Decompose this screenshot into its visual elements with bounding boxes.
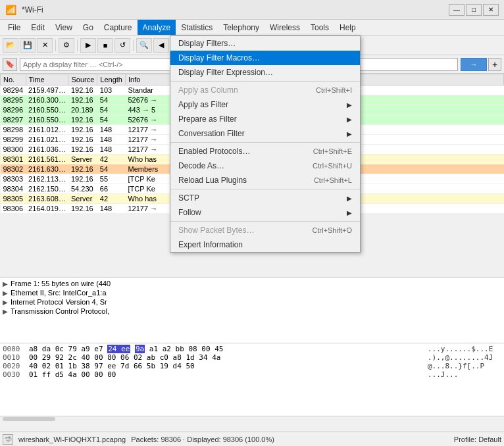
toolbar-restart[interactable]: ↺ [114,38,130,53]
cell-no: 98303 [1,174,26,184]
cell-length: 148 [97,145,126,155]
cell-source: 192.16 [68,125,97,135]
cell-time: 2161.036… [26,145,68,155]
menu-item-enabled-protocols[interactable]: Enabled Protocols…Ctrl+Shift+E [170,144,360,159]
cell-length: 42 [97,194,126,204]
menu-label: Display Filter Macros… [178,53,260,62]
menu-label: Apply as Column [178,86,238,95]
menu-item-display-filter-macros[interactable]: Display Filter Macros… [170,51,360,65]
minimize-button[interactable]: — [449,4,465,16]
menu-bar: File Edit View Go Capture Analyze Statis… [0,20,504,36]
menu-statistics[interactable]: Statistics [176,20,218,35]
menu-item-apply-as-column: Apply as ColumnCtrl+Shift+I [170,83,360,97]
menu-tools[interactable]: Tools [305,20,334,35]
cell-length: 42 [97,155,126,164]
menu-item-prepare-as-filter[interactable]: Prepare as Filter▶ [170,112,360,126]
cell-source: 192.16 [68,174,97,184]
menu-item-show-packet-bytes: Show Packet Bytes…Ctrl+Shift+O [170,223,360,237]
toolbar-close[interactable]: ✕ [37,38,53,53]
filter-nav: → + [461,58,501,71]
menu-item-decode-as[interactable]: Decode As…Ctrl+Shift+U [170,159,360,173]
menu-arrow: ▶ [347,116,352,123]
cell-source: Server [68,194,97,204]
cell-length: 55 [97,174,126,184]
status-bar: 🦈 wireshark_Wi-FiOQHXT1.pcapng Packets: … [0,432,504,446]
toolbar-save[interactable]: 💾 [20,38,36,53]
menu-item-sctp[interactable]: SCTP▶ [170,191,360,205]
cell-time: 2160.550… [26,105,68,115]
toolbar-open[interactable]: 📂 [3,38,18,53]
filter-apply-btn[interactable]: → [461,58,487,71]
cell-source: 192.16 [68,95,97,105]
menu-divider [170,81,360,82]
close-button[interactable]: ✕ [483,4,499,16]
menu-analyze[interactable]: Analyze [138,20,176,35]
toolbar-settings[interactable]: ⚙ [59,38,74,53]
hex-highlight-1: 24 ee [107,345,130,353]
menu-label: Show Packet Bytes… [178,226,254,235]
cell-length: 54 [97,115,126,125]
cell-length: 103 [97,86,126,95]
cell-time: 2161.012… [26,125,68,135]
menu-label: Conversation Filter [178,129,245,138]
detail-arrow: ▶ [3,280,8,287]
cell-time: 2161.021… [26,135,68,145]
scrollbar[interactable] [3,417,55,421]
cell-source: 192.16 [68,204,97,214]
menu-shortcut: Ctrl+Shift+U [313,162,352,170]
cell-time: 2160.300… [26,95,68,105]
menu-divider [170,189,360,189]
menu-label: Enabled Protocols… [178,147,250,156]
cell-no: 98295 [1,95,26,105]
maximize-button[interactable]: □ [466,4,482,16]
menu-label: Follow [178,208,201,217]
menu-arrow: ▶ [347,195,352,202]
menu-view[interactable]: View [50,20,78,35]
col-time: Time [26,74,68,86]
cell-source: 54.230 [68,184,97,194]
menu-item-reload-lua[interactable]: Reload Lua PluginsCtrl+Shift+L [170,173,360,187]
detail-item[interactable]: ▶Transmission Control Protocol, [0,307,504,316]
filter-bookmark[interactable]: 🔖 [3,58,17,71]
toolbar-start[interactable]: ▶ [80,38,96,53]
menu-label: Decode As… [178,161,224,170]
status-profile: Profile: Default [454,435,501,443]
menu-wireless[interactable]: Wireless [265,20,305,35]
detail-arrow: ▶ [3,299,8,306]
detail-arrow: ▶ [3,308,8,315]
toolbar-stop[interactable]: ■ [97,38,113,53]
toolbar-filter[interactable]: 🔍 [136,38,152,53]
detail-item[interactable]: ▶Ethernet II, Src: IntelCor_a1:a [0,288,504,297]
menu-file[interactable]: File [3,20,26,35]
cell-length: 54 [97,95,126,105]
cell-source: 192.16 [68,115,97,125]
menu-capture[interactable]: Capture [99,20,138,35]
status-file-icon: 🦈 [3,434,13,445]
menu-label: Expert Information [178,240,243,249]
menu-item-display-filters[interactable]: Display Filters… [170,36,360,51]
analyze-dropdown-menu: Display Filters…Display Filter Macros…Di… [170,36,361,253]
filter-add-btn[interactable]: + [488,58,501,71]
window-title: *Wi-Fi [22,5,43,14]
menu-item-conversation-filter[interactable]: Conversation Filter▶ [170,126,360,141]
cell-source: 192.16 [68,135,97,145]
menu-item-expert-info[interactable]: Expert Information [170,237,360,252]
menu-item-apply-as-filter[interactable]: Apply as Filter▶ [170,97,360,112]
toolbar-nav-back[interactable]: ◀ [153,38,169,53]
menu-item-display-filter-expression[interactable]: Display Filter Expression… [170,65,360,80]
cell-source: 192.16 [68,164,97,174]
menu-shortcut: Ctrl+Shift+I [316,86,352,94]
hex-bytes: a8 da 0c 79 a9 e7 24 ee 9a a1 a2 bb 08 0… [26,343,425,416]
detail-arrow: ▶ [3,289,8,297]
cell-no: 98304 [1,184,26,194]
menu-telephony[interactable]: Telephony [218,20,265,35]
detail-item[interactable]: ▶Internet Protocol Version 4, Sr [0,297,504,307]
menu-help[interactable]: Help [334,20,361,35]
detail-item[interactable]: ▶Frame 1: 55 bytes on wire (440 [0,279,504,288]
menu-item-follow[interactable]: Follow▶ [170,205,360,220]
menu-shortcut: Ctrl+Shift+O [312,226,352,234]
cell-length: 148 [97,125,126,135]
menu-go[interactable]: Go [78,20,99,35]
col-no: No. [1,74,26,86]
menu-edit[interactable]: Edit [26,20,50,35]
